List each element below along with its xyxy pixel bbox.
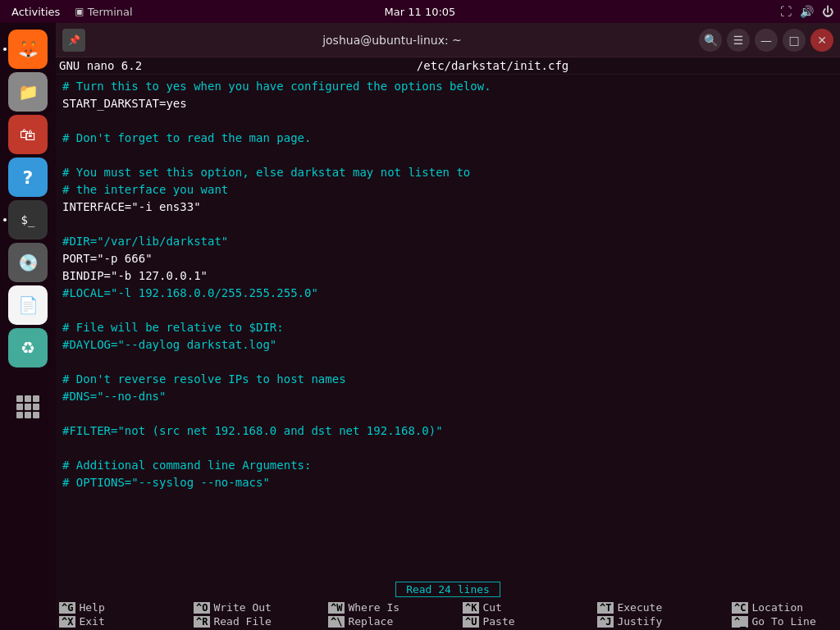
shortcut-label-cut: Cut — [482, 601, 501, 614]
dock-item-terminal[interactable]: $_ — [8, 200, 48, 240]
terminal-label-text: Terminal — [88, 6, 133, 18]
network-icon[interactable]: ⛶ — [780, 5, 792, 18]
shortcut-cut[interactable]: ^K Cut — [463, 601, 594, 614]
terminal-app-icon: $_ — [21, 213, 35, 226]
dock-item-firefox[interactable]: 🦊 — [8, 30, 48, 69]
shortcut-justify[interactable]: ^J Justify — [597, 615, 728, 628]
help-icon: ? — [23, 167, 34, 188]
files-icon: 📁 — [18, 82, 39, 102]
shortcut-key-writeout: ^O — [194, 602, 210, 614]
dock-item-dvd[interactable]: 💿 — [8, 243, 48, 282]
shortcut-paste[interactable]: ^U Paste — [463, 615, 594, 628]
shortcut-gotoline[interactable]: ^_ Go To Line — [732, 615, 840, 628]
system-bar-left: Activities ▣ Terminal — [7, 4, 133, 20]
shortcut-label-help: Help — [79, 601, 104, 614]
dock-item-recycle[interactable]: ♻ — [8, 328, 48, 368]
shortcut-key-execute: ^T — [597, 602, 614, 614]
shortcut-label-execute: Execute — [617, 601, 662, 614]
nano-status-message: Read 24 lines — [395, 582, 500, 597]
apps-grid-icon — [16, 395, 39, 418]
shortcut-label-readfile: Read File — [213, 615, 271, 628]
shortcut-key-gotoline: ^_ — [732, 616, 748, 628]
nano-header: GNU nano 6.2 /etc/darkstat/init.cfg — [56, 57, 840, 75]
terminal-label: ▣ Terminal — [75, 6, 132, 18]
shortcut-replace[interactable]: ^\ Replace — [328, 615, 459, 628]
shortcut-label-location: Location — [751, 601, 803, 614]
window-title: joshua@ubuntu-linux: ~ — [92, 34, 692, 47]
shortcut-label-gotoline: Go To Line — [751, 615, 815, 628]
activities-button[interactable]: Activities — [7, 4, 65, 20]
dock-item-appstore[interactable]: 🛍 — [8, 115, 48, 154]
nano-content[interactable]: # Turn this to yes when you have configu… — [56, 75, 840, 580]
nano-shortcuts: ^G Help ^O Write Out ^W Where Is ^K Cut … — [56, 599, 840, 630]
shortcut-writeout[interactable]: ^O Write Out — [194, 601, 325, 614]
menu-button[interactable]: ☰ — [727, 29, 750, 52]
shortcut-readfile[interactable]: ^R Read File — [194, 615, 325, 628]
shortcut-key-paste: ^U — [463, 616, 479, 628]
shortcut-label-writeout: Write Out — [213, 601, 271, 614]
system-datetime: Mar 11 10:05 — [385, 6, 456, 18]
system-bar: Activities ▣ Terminal Mar 11 10:05 ⛶ 🔊 ⏻ — [0, 0, 840, 23]
pin-button[interactable]: 📌 — [62, 29, 85, 52]
search-button[interactable]: 🔍 — [699, 29, 722, 52]
close-button[interactable]: ✕ — [810, 29, 833, 52]
shortcut-help[interactable]: ^G Help — [59, 601, 190, 614]
shortcut-key-justify: ^J — [597, 616, 614, 628]
shortcut-label-justify: Justify — [617, 615, 662, 628]
system-bar-right: ⛶ 🔊 ⏻ — [780, 5, 833, 18]
shortcut-location[interactable]: ^C Location — [732, 601, 840, 614]
nano-status-bar: Read 24 lines — [56, 580, 840, 599]
dock-active-indicator-terminal — [3, 218, 7, 221]
shortcut-key-cut: ^K — [463, 602, 479, 614]
shortcut-key-location: ^C — [732, 602, 748, 614]
shortcut-key-exit: ^X — [59, 616, 75, 628]
shortcut-key-readfile: ^R — [194, 616, 210, 628]
firefox-icon: 🦊 — [18, 39, 39, 59]
title-bar: 📌 joshua@ubuntu-linux: ~ 🔍 ☰ — □ ✕ — [56, 23, 840, 57]
shortcut-label-replace: Replace — [348, 615, 393, 628]
shortcut-whereis[interactable]: ^W Where Is — [328, 601, 459, 614]
shortcut-key-replace: ^\ — [328, 616, 345, 628]
dock-active-indicator — [3, 48, 7, 51]
dock-item-apps[interactable] — [8, 387, 48, 427]
dock-item-help[interactable]: ? — [8, 158, 48, 197]
shortcut-label-whereis: Where Is — [348, 601, 399, 614]
window-controls: 🔍 ☰ — □ ✕ — [699, 29, 833, 52]
shortcut-row-1: ^G Help ^O Write Out ^W Where Is ^K Cut … — [56, 600, 840, 614]
shortcut-exit[interactable]: ^X Exit — [59, 615, 190, 628]
maximize-button[interactable]: □ — [783, 29, 806, 52]
dvd-icon: 💿 — [18, 253, 39, 272]
editor-text[interactable]: # Turn this to yes when you have configu… — [62, 78, 833, 491]
shortcut-row-2: ^X Exit ^R Read File ^\ Replace ^U Paste… — [56, 614, 840, 628]
nano-version: GNU nano 6.2 — [59, 59, 142, 72]
terminal-icon: ▣ — [75, 6, 84, 17]
shortcut-label-paste: Paste — [482, 615, 514, 628]
power-icon[interactable]: ⏻ — [822, 5, 833, 18]
nano-filename: /etc/darkstat/init.cfg — [148, 59, 837, 72]
shortcut-key-help: ^G — [59, 602, 75, 614]
shortcut-label-exit: Exit — [79, 615, 104, 628]
shortcut-execute[interactable]: ^T Execute — [597, 601, 728, 614]
dock-item-files[interactable]: 📁 — [8, 72, 48, 112]
recycle-icon: ♻ — [21, 338, 35, 358]
volume-icon[interactable]: 🔊 — [800, 5, 814, 18]
appstore-icon: 🛍 — [20, 125, 36, 144]
dock-item-text[interactable]: 📄 — [8, 285, 48, 325]
nano-editor[interactable]: GNU nano 6.2 /etc/darkstat/init.cfg # Tu… — [56, 57, 840, 630]
text-icon: 📄 — [18, 295, 39, 315]
dock: 🦊 📁 🛍 ? $_ 💿 📄 ♻ — [0, 23, 56, 630]
terminal-window: 📌 joshua@ubuntu-linux: ~ 🔍 ☰ — □ ✕ GNU n… — [56, 23, 840, 630]
shortcut-key-whereis: ^W — [328, 602, 345, 614]
minimize-button[interactable]: — — [755, 29, 778, 52]
